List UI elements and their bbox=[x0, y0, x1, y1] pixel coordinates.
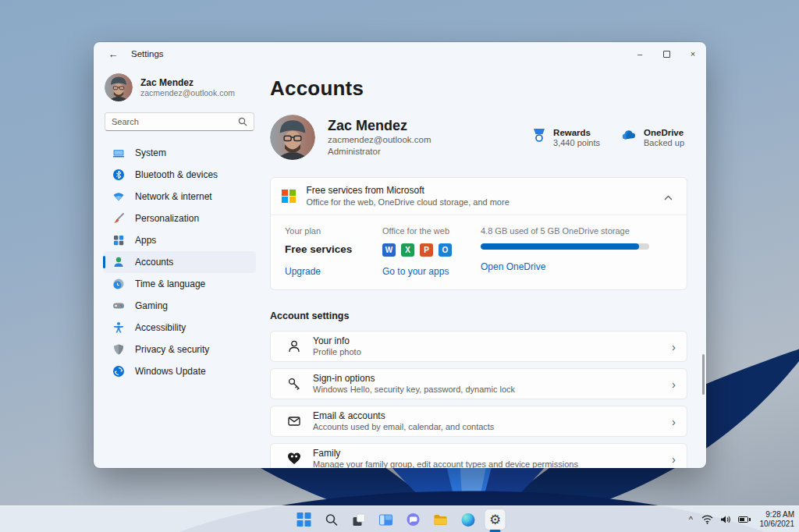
upgrade-link[interactable]: Upgrade bbox=[285, 266, 382, 277]
page-title: Accounts bbox=[270, 76, 687, 101]
settings-taskbar-button[interactable]: ⚙ bbox=[485, 509, 506, 530]
sidebar-item-apps[interactable]: Apps bbox=[103, 229, 256, 251]
sidebar-item-label: Accounts bbox=[135, 257, 173, 268]
search-icon bbox=[238, 117, 247, 126]
your-info-row[interactable]: Your info Profile photo › bbox=[270, 331, 687, 362]
sidebar-item-label: Privacy & security bbox=[135, 344, 209, 355]
sign-in-options-row[interactable]: Sign-in options Windows Hello, security … bbox=[270, 368, 687, 399]
row-subtitle: Windows Hello, security key, password, d… bbox=[313, 385, 515, 395]
close-button[interactable]: × bbox=[680, 42, 706, 66]
chevron-right-icon: › bbox=[672, 378, 676, 391]
file-explorer-button[interactable] bbox=[431, 509, 451, 530]
back-button[interactable]: ← bbox=[103, 45, 123, 62]
row-subtitle: Accounts used by email, calendar, and co… bbox=[313, 422, 494, 432]
taskbar-search-button[interactable] bbox=[321, 509, 342, 530]
plan-value: Free services bbox=[285, 243, 382, 255]
outlook-icon: O bbox=[439, 243, 452, 257]
search-box[interactable] bbox=[105, 112, 254, 131]
sidebar-item-label: Windows Update bbox=[135, 366, 206, 377]
sidebar-item-windows-update[interactable]: Windows Update bbox=[103, 360, 256, 382]
privacy-icon bbox=[112, 343, 125, 356]
chat-button[interactable] bbox=[403, 509, 424, 530]
powerpoint-icon: P bbox=[420, 243, 433, 257]
office-label: Office for the web bbox=[382, 226, 481, 236]
sidebar-item-label: Personalization bbox=[135, 213, 199, 224]
office-column: Office for the web W X P O Go to your ap… bbox=[382, 226, 481, 277]
maximize-button[interactable] bbox=[653, 42, 680, 66]
sidebar-item-accounts[interactable]: Accounts bbox=[103, 251, 256, 273]
sidebar-item-gaming[interactable]: Gaming bbox=[103, 295, 256, 317]
family-row[interactable]: Family Manage your family group, edit ac… bbox=[270, 443, 687, 468]
maximize-icon bbox=[663, 51, 670, 58]
sidebar-item-accessibility[interactable]: Accessibility bbox=[103, 317, 256, 339]
chevron-right-icon: › bbox=[672, 340, 676, 353]
word-icon: W bbox=[382, 243, 396, 257]
onedrive-status: Backed up bbox=[644, 138, 684, 148]
onedrive-column: 4.8 GB used of 5 GB OneDrive storage Ope… bbox=[481, 226, 673, 277]
scrollbar-thumb[interactable] bbox=[702, 354, 705, 395]
microsoft-logo bbox=[282, 190, 296, 204]
apps-icon bbox=[112, 234, 125, 246]
task-view-icon bbox=[352, 513, 365, 527]
promo-subtitle: Office for the web, OneDrive cloud stora… bbox=[307, 197, 510, 207]
avatar bbox=[105, 73, 133, 101]
windows-update-icon bbox=[112, 365, 125, 378]
gaming-icon bbox=[112, 300, 125, 312]
tray-time: 9:28 AM bbox=[760, 510, 795, 520]
settings-window: ← Settings – × bbox=[94, 42, 706, 468]
system-tray: ^ 9:28 AM 10/6/2021 bbox=[687, 506, 794, 532]
sidebar-item-label: Accessibility bbox=[135, 322, 186, 333]
row-subtitle: Manage your family group, edit account t… bbox=[313, 459, 578, 468]
tray-chevron-up-icon[interactable]: ^ bbox=[687, 515, 694, 524]
sidebar-item-time-language[interactable]: Time & language bbox=[103, 273, 256, 295]
sidebar-item-network[interactable]: Network & internet bbox=[103, 186, 256, 207]
row-title: Family bbox=[313, 448, 578, 459]
desktop: ← Settings – × bbox=[0, 0, 799, 532]
rewards-icon bbox=[531, 127, 547, 144]
start-button[interactable] bbox=[294, 509, 314, 530]
sidebar-item-bluetooth[interactable]: Bluetooth & devices bbox=[103, 164, 256, 186]
go-to-apps-link[interactable]: Go to your apps bbox=[382, 266, 481, 277]
profile-role: Administrator bbox=[328, 146, 431, 158]
sidebar-profile[interactable]: Zac Mendez zacmendez@outlook.com bbox=[103, 70, 256, 112]
promo-title: Free services from Microsoft bbox=[307, 185, 510, 197]
sidebar-item-privacy[interactable]: Privacy & security bbox=[103, 339, 256, 360]
sidebar-item-label: Time & language bbox=[135, 278, 205, 289]
chat-icon bbox=[407, 512, 421, 527]
key-icon bbox=[286, 377, 302, 391]
rewards-points: 3,440 points bbox=[553, 138, 600, 148]
mail-icon bbox=[286, 414, 302, 428]
chevron-up-icon[interactable] bbox=[661, 186, 676, 207]
sidebar-item-label: Gaming bbox=[135, 300, 168, 311]
search-input[interactable] bbox=[112, 117, 238, 126]
sidebar-item-personalization[interactable]: Personalization bbox=[103, 207, 256, 229]
volume-icon[interactable] bbox=[720, 515, 731, 524]
edge-button[interactable] bbox=[458, 509, 478, 530]
widgets-button[interactable] bbox=[376, 509, 396, 530]
sidebar-user-name: Zac Mendez bbox=[140, 77, 235, 88]
email-accounts-row[interactable]: Email & accounts Accounts used by email,… bbox=[270, 406, 687, 437]
onedrive-badge[interactable]: OneDrive Backed up bbox=[620, 127, 684, 148]
row-subtitle: Profile photo bbox=[313, 347, 361, 357]
tray-date: 10/6/2021 bbox=[760, 520, 795, 529]
avatar bbox=[270, 115, 315, 160]
accessibility-icon bbox=[112, 321, 125, 334]
account-profile: Zac Mendez zacmendez@outlook.com Adminis… bbox=[270, 115, 687, 160]
rewards-title: Rewards bbox=[553, 127, 600, 138]
open-onedrive-link[interactable]: Open OneDrive bbox=[481, 261, 673, 272]
rewards-badge[interactable]: Rewards 3,440 points bbox=[531, 127, 600, 148]
system-icon bbox=[112, 147, 125, 159]
task-view-button[interactable] bbox=[349, 509, 369, 530]
clock[interactable]: 9:28 AM 10/6/2021 bbox=[758, 510, 795, 529]
minimize-button[interactable]: – bbox=[627, 42, 653, 66]
row-title: Sign-in options bbox=[313, 373, 515, 385]
sidebar-item-label: System bbox=[135, 147, 166, 158]
sidebar-user-email: zacmendez@outlook.com bbox=[140, 88, 235, 98]
free-services-header[interactable]: Free services from Microsoft Office for … bbox=[271, 178, 687, 215]
sidebar-item-label: Bluetooth & devices bbox=[135, 169, 218, 180]
wifi-icon[interactable] bbox=[701, 515, 713, 524]
sidebar-nav: System Bluetooth & devices Network & int… bbox=[103, 142, 256, 382]
time-language-icon bbox=[112, 278, 125, 290]
sidebar-item-system[interactable]: System bbox=[103, 142, 256, 164]
battery-icon[interactable] bbox=[738, 516, 751, 523]
